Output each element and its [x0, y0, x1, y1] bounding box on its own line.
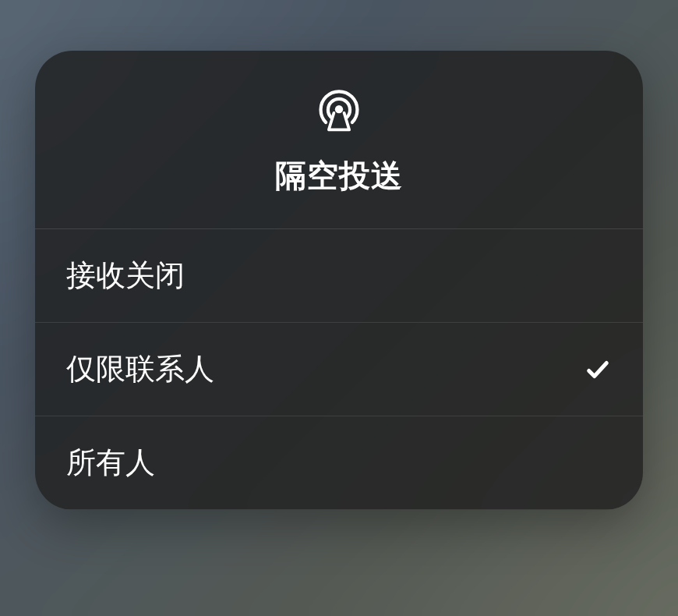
option-label: 接收关闭 [66, 256, 185, 296]
option-receiving-off[interactable]: 接收关闭 [35, 229, 643, 323]
panel-header: 隔空投送 [35, 51, 643, 228]
option-everyone[interactable]: 所有人 [35, 416, 643, 510]
options-list: 接收关闭 仅限联系人 所有人 [35, 228, 643, 510]
svg-point-0 [335, 105, 343, 113]
option-label: 仅限联系人 [66, 349, 214, 389]
airdrop-icon [314, 86, 364, 136]
airdrop-settings-panel: 隔空投送 接收关闭 仅限联系人 所有人 [35, 51, 643, 510]
panel-title: 隔空投送 [275, 154, 403, 197]
option-contacts-only[interactable]: 仅限联系人 [35, 323, 643, 416]
option-label: 所有人 [66, 443, 155, 483]
checkmark-icon [584, 356, 612, 384]
